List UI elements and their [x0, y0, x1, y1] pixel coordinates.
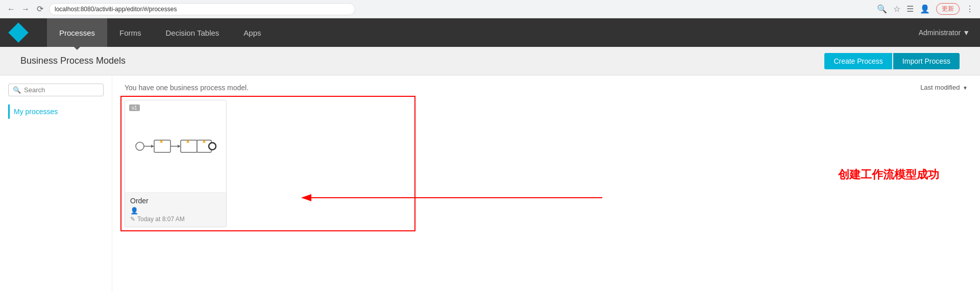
sidebar-item-my-processes[interactable]: My processes — [8, 104, 104, 119]
cards-grid: v1 — [125, 100, 968, 227]
browser-bar: ← → ⟳ localhost:8080/activiti-app/editor… — [0, 0, 980, 18]
card-modified-row: ✎ Today at 8:07 AM — [130, 216, 221, 223]
svg-marker-2 — [151, 145, 154, 148]
sidebar: 🔍 My processes — [0, 75, 112, 293]
chevron-down-icon: ▼ — [963, 29, 970, 37]
menu-icon[interactable]: ⋮ — [966, 4, 974, 14]
card-meta-row: 👤 — [130, 207, 221, 215]
main-content: You have one business process model. Las… — [112, 75, 980, 293]
card-container: v1 — [125, 100, 227, 227]
nav-item-wrap-forms: Forms — [107, 18, 154, 47]
card-modified-date: Today at 8:07 AM — [137, 216, 185, 223]
back-button[interactable]: ← — [6, 4, 16, 14]
card-footer: Order 👤 ✎ Today at 8:07 AM — [125, 192, 226, 227]
header-actions: Create Process Import Process — [824, 53, 960, 69]
user-icon: 👤 — [130, 207, 138, 215]
admin-label: Administrator — [919, 29, 961, 37]
create-process-button[interactable]: Create Process — [824, 53, 892, 69]
svg-rect-3 — [154, 140, 170, 152]
sort-bar[interactable]: Last modified ▼ — [920, 84, 968, 91]
url-text: localhost:8080/activiti-app/editor/#/pro… — [55, 6, 177, 13]
forward-button[interactable]: → — [20, 4, 31, 14]
url-bar[interactable]: localhost:8080/activiti-app/editor/#/pro… — [49, 3, 355, 15]
search-box[interactable]: 🔍 — [8, 84, 104, 96]
card-diagram: v1 — [125, 100, 226, 192]
process-card[interactable]: v1 — [125, 100, 227, 227]
svg-point-8 — [187, 140, 189, 142]
import-process-button[interactable]: Import Process — [893, 53, 960, 69]
page-header: Business Process Models Create Process I… — [0, 47, 980, 75]
edit-icon: ✎ — [130, 216, 135, 223]
logo[interactable] — [10, 24, 27, 41]
card-process-name: Order — [130, 197, 221, 205]
svg-point-4 — [160, 140, 162, 142]
extension-icon[interactable]: ☰ — [906, 4, 914, 14]
nav-tab-processes[interactable]: Processes — [47, 18, 107, 47]
svg-rect-7 — [181, 140, 197, 152]
search-input[interactable] — [24, 86, 99, 94]
search-icon: 🔍 — [13, 86, 21, 94]
bookmark-icon[interactable]: ☆ — [893, 4, 900, 14]
nav-items: Processes Forms Decision Tables Apps — [47, 18, 919, 47]
svg-marker-6 — [178, 145, 181, 148]
svg-point-13 — [209, 143, 216, 150]
reload-button[interactable]: ⟳ — [35, 4, 45, 14]
update-button[interactable]: 更新 — [936, 3, 960, 15]
nav-item-wrap-apps: Apps — [231, 18, 273, 47]
sort-arrow-icon: ▼ — [963, 85, 968, 91]
svg-point-12 — [203, 140, 205, 142]
svg-point-0 — [136, 142, 144, 150]
version-badge: v1 — [129, 104, 140, 111]
browser-actions: 🔍 ☆ ☰ 👤 更新 ⋮ — [877, 3, 974, 15]
account-icon[interactable]: 👤 — [920, 4, 930, 14]
page-title: Business Process Models — [20, 56, 126, 66]
admin-area[interactable]: Administrator ▼ — [919, 29, 970, 37]
nav-tab-apps[interactable]: Apps — [231, 18, 273, 47]
top-nav: Processes Forms Decision Tables Apps Adm… — [0, 18, 980, 47]
content-area: 🔍 My processes You have one business pro… — [0, 75, 980, 293]
nav-tab-forms[interactable]: Forms — [107, 18, 154, 47]
search-icon[interactable]: 🔍 — [877, 4, 887, 14]
content-info: You have one business process model. — [125, 84, 968, 92]
process-diagram-svg — [135, 131, 216, 162]
nav-item-wrap-decision-tables: Decision Tables — [154, 18, 232, 47]
nav-tab-decision-tables[interactable]: Decision Tables — [154, 18, 232, 47]
nav-item-wrap-processes: Processes — [47, 18, 107, 47]
